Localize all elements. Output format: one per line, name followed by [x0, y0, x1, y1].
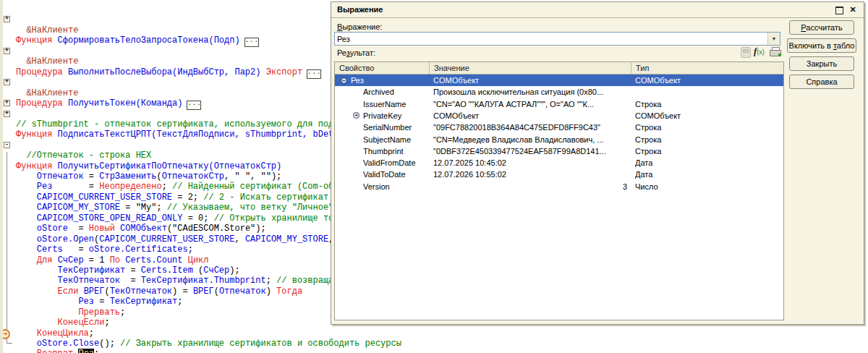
property-name: Archived [363, 86, 430, 98]
code-line: КонецЦикла; [16, 328, 868, 339]
fold-guide-line [7, 152, 7, 344]
print-icon-dot [778, 54, 781, 56]
property-name: Version [363, 181, 430, 192]
property-value: "CN="АО ""КАЛУГА АСТРАЛ""", О="АО ""К... [433, 98, 627, 110]
property-type: Строка [635, 122, 780, 133]
property-name: ValidFromDate [363, 157, 430, 169]
property-type: Строка [635, 145, 780, 157]
formula-icon[interactable]: f(x) [754, 46, 770, 56]
include-in-watch-button[interactable]: Включить в табло [787, 38, 856, 53]
property-value: COMОбъект [433, 75, 627, 86]
property-name: SubjectName [363, 134, 430, 145]
property-name: Рез [351, 75, 430, 86]
property-type: Строка [635, 134, 780, 145]
editor-left-margin [0, 0, 3, 353]
collapsed-code-button[interactable]: ... [187, 101, 201, 110]
fold-guide-corner [7, 343, 12, 344]
table-row[interactable]: ValidFromDate12.07.2025 10:45:02Дата [335, 157, 783, 169]
property-type: Строка [635, 98, 780, 110]
property-value: 3 [433, 181, 627, 192]
close-icon[interactable]: ✕ [848, 4, 858, 14]
property-type: COMОбъект [635, 110, 780, 122]
table-row[interactable]: SerialNumber"09FC78820018B364A84C475EDFD… [335, 122, 783, 133]
table-row[interactable]: ArchivedПроизошла исключительная ситуаци… [335, 86, 783, 98]
property-name: IssuerName [363, 98, 430, 110]
property-type: Дата [635, 169, 780, 180]
property-type: COMОбъект [635, 75, 780, 86]
column-header-value[interactable]: Значение [430, 62, 631, 75]
property-name: SerialNumber [363, 122, 430, 133]
fold-expand-icon[interactable]: + [4, 16, 10, 22]
dialog-title: Выражение [337, 5, 383, 14]
property-value: 12.07.2025 10:45:02 [433, 157, 627, 169]
property-value: "09FC78820018B364A84C475EDFD8FF9C43" [433, 122, 627, 133]
property-value: 12.07.2026 10:55:02 [433, 169, 627, 180]
help-button[interactable]: Справка [789, 75, 854, 89]
property-name: ValidToDate [363, 169, 430, 180]
property-type: Число [635, 181, 780, 192]
table-row[interactable]: +PrivateKeyCOMОбъектCOMОбъект [335, 110, 783, 122]
property-type [635, 86, 780, 98]
table-row[interactable]: −РезCOMОбъектCOMОбъект [335, 75, 783, 86]
fold-expand-icon[interactable]: + [4, 48, 10, 54]
property-type: Дата [635, 157, 780, 169]
property-value: COMОбъект [433, 110, 627, 122]
code-line: oStore.Close(); // Закрыть хранилище сер… [16, 339, 868, 349]
table-row[interactable]: ValidToDate12.07.2026 10:55:02Дата [335, 169, 783, 180]
copy-icon [741, 47, 751, 58]
result-table: Свойство Значение Тип −РезCOMОбъектCOMОб… [334, 61, 784, 320]
maximize-icon[interactable] [835, 7, 843, 14]
chevron-down-icon[interactable]: ▼ [767, 33, 780, 45]
expression-dialog: Выражение ✕ Выражение: ▼ Результат: f(x)… [331, 1, 864, 325]
fold-collapse-icon[interactable]: - [4, 142, 10, 148]
property-name: Thumbprint [363, 145, 430, 157]
expression-input[interactable] [335, 33, 767, 45]
table-row[interactable]: SubjectName"CN=Медведев Владислав Владис… [335, 134, 783, 145]
close-button[interactable]: Закрыть [789, 56, 854, 71]
fold-expand-icon[interactable]: + [4, 79, 10, 85]
column-header-type[interactable]: Тип [631, 62, 783, 75]
expression-label: Выражение: [337, 22, 382, 31]
column-header-property[interactable]: Свойство [335, 62, 430, 75]
table-row[interactable]: Thumbprint"0DBF372E450339477524EAF587F99… [335, 145, 783, 157]
formula-icon-x: (x) [757, 48, 765, 56]
result-label: Результат: [337, 48, 375, 57]
property-value: "0DBF372E450339477524EAF587F99A8D141... [433, 145, 627, 157]
property-value: "CN=Медведев Владислав Владиславович, ..… [433, 134, 627, 145]
fold-expand-icon[interactable]: + [4, 100, 10, 106]
table-row[interactable]: IssuerName"CN="АО ""КАЛУГА АСТРАЛ""", О=… [335, 98, 783, 110]
table-row[interactable]: Version3Число [335, 181, 783, 192]
property-value: Произошла исключительная ситуация (0x80.… [433, 86, 627, 98]
print-icon[interactable] [770, 47, 781, 56]
expression-combobox: ▼ [334, 32, 780, 46]
property-name: PrivateKey [363, 110, 430, 122]
collapsed-code-button[interactable]: ... [244, 38, 259, 47]
calculate-button[interactable]: Рассчитать [789, 20, 854, 35]
expand-node-icon[interactable]: + [353, 112, 359, 119]
collapse-node-icon[interactable]: − [341, 77, 347, 84]
dialog-titlebar[interactable]: Выражение ✕ [331, 2, 864, 18]
fold-expand-icon[interactable]: + [4, 111, 10, 117]
collapsed-code-button[interactable]: ... [307, 69, 321, 79]
code-line: Возврат Рез; [16, 349, 868, 353]
